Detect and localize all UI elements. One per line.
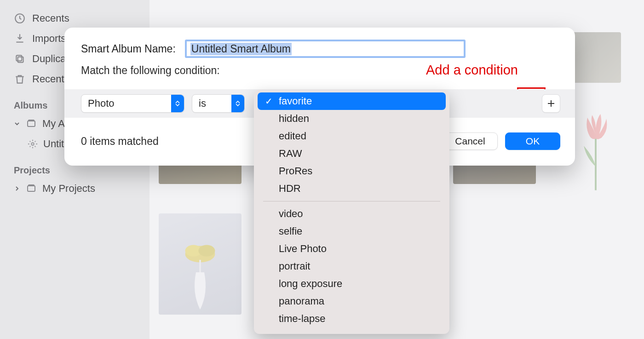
add-condition-button[interactable] (542, 94, 560, 113)
sidebar-item-label: Imports (32, 33, 66, 45)
annotation-text: Add a condition (426, 63, 518, 78)
svg-point-5 (31, 143, 34, 145)
svg-rect-6 (28, 186, 35, 191)
app-root: Recents Imports Duplicates Recently Dele… (0, 0, 644, 339)
dropdown-item-edited[interactable]: edited (254, 127, 449, 145)
sidebar-item-recents[interactable]: Recents (14, 8, 143, 29)
dropdown-item-label: Live Photo (279, 243, 327, 255)
dropdown-item-label: long exposure (279, 278, 342, 290)
svg-rect-7 (29, 185, 34, 186)
svg-rect-1 (18, 57, 23, 63)
condition-value-dropdown: favorite hidden edited RAW ProRes HDR vi… (254, 90, 449, 334)
chevron-down-icon (14, 121, 20, 127)
sidebar-section-projects: Projects (14, 165, 143, 176)
dropdown-item-label: time-lapse (279, 313, 325, 325)
select-value: is (199, 98, 206, 109)
smart-album-name-input[interactable]: Untitled Smart Album (185, 40, 466, 58)
chevron-right-icon (14, 185, 20, 192)
dropdown-item-label: hidden (279, 113, 309, 125)
sidebar-item-label: Recents (32, 12, 69, 24)
svg-rect-2 (16, 55, 22, 61)
name-label: Smart Album Name: (81, 43, 176, 55)
sidebar-item-my-projects[interactable]: My Projects (14, 178, 143, 199)
import-icon (14, 33, 26, 45)
dropdown-item-label: selfie (279, 225, 302, 237)
dropdown-item-live-photo[interactable]: Live Photo (254, 240, 449, 258)
dropdown-item-prores[interactable]: ProRes (254, 162, 449, 180)
select-value: Photo (88, 98, 115, 109)
dropdown-item-favorite[interactable]: favorite (258, 92, 446, 110)
condition-field-select[interactable]: Photo (81, 94, 184, 113)
dropdown-item-label: panorama (279, 295, 324, 307)
cancel-button[interactable]: Cancel (443, 132, 498, 150)
dropdown-divider (263, 201, 440, 201)
dropdown-item-hdr[interactable]: HDR (254, 180, 449, 197)
button-label: Cancel (455, 136, 485, 147)
svg-rect-3 (28, 121, 35, 126)
dropdown-item-raw[interactable]: RAW (254, 145, 449, 162)
dropdown-item-label: favorite (279, 95, 312, 107)
album-icon (26, 118, 37, 129)
name-input-value: Untitled Smart Album (190, 43, 292, 55)
ok-button[interactable]: OK (505, 132, 560, 150)
duplicate-icon (14, 53, 26, 65)
dropdown-item-video[interactable]: video (254, 205, 449, 223)
dropdown-item-label: video (279, 208, 303, 220)
dropdown-item-hidden[interactable]: hidden (254, 110, 449, 127)
svg-rect-4 (29, 120, 34, 121)
button-label: OK (526, 136, 540, 147)
dropdown-item-selfie[interactable]: selfie (254, 223, 449, 240)
dropdown-item-panorama[interactable]: panorama (254, 293, 449, 310)
album-icon (26, 183, 37, 194)
plus-icon (547, 99, 555, 108)
sidebar-item-label: My Projects (42, 183, 95, 195)
stepper-icon (171, 95, 184, 112)
dropdown-item-portrait[interactable]: portrait (254, 258, 449, 275)
dropdown-item-long-exposure[interactable]: long exposure (254, 275, 449, 293)
condition-operator-select[interactable]: is (192, 94, 245, 113)
match-label: Match the following condition: (81, 64, 220, 76)
dropdown-item-label: RAW (279, 148, 302, 160)
dropdown-item-time-lapse[interactable]: time-lapse (254, 310, 449, 328)
trash-icon (14, 73, 26, 85)
stepper-icon (231, 95, 244, 112)
match-count-label: 0 items matched (81, 135, 159, 148)
dropdown-item-label: edited (279, 130, 306, 142)
dropdown-item-label: portrait (279, 260, 310, 272)
gear-icon (28, 139, 38, 149)
clock-icon (14, 12, 26, 24)
dropdown-item-label: ProRes (279, 165, 312, 177)
dropdown-item-label: HDR (279, 183, 301, 195)
